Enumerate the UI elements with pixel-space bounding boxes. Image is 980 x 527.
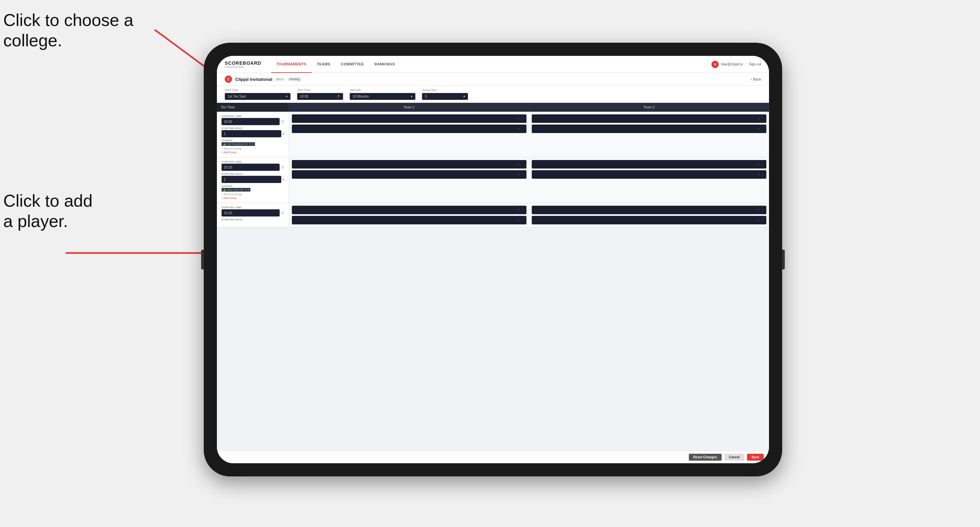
expand-icon-6: ⋮: [521, 173, 524, 176]
course-tag-2[interactable]: ⛳ East Lake GC ✕ ▾: [221, 188, 250, 192]
nav-right: B blair@clippd.io | Sign out: [711, 61, 761, 68]
chevron-down-icon-3: ▾: [463, 95, 465, 98]
reset-button[interactable]: Reset Changes: [689, 454, 722, 460]
group-right-2: ✕ ⋮ ✕ ⋮: [529, 157, 769, 203]
tab-teams[interactable]: TEAMS: [312, 56, 336, 73]
tab-rankings[interactable]: RANKINGS: [369, 56, 400, 73]
annotation-choose-college: Click to choose a college.: [3, 10, 134, 51]
chevron-down-icon: ▾: [286, 95, 288, 98]
annotation-line3: Click to add: [3, 191, 93, 210]
group-right-3: ✕ ⋮ ✕ ⋮: [529, 203, 769, 227]
start-type-select[interactable]: 1st Tee Start ▾: [225, 93, 291, 100]
expand-icon-10: ⋮: [521, 219, 524, 222]
action-links-2: ○ Remove Group + Add Group: [221, 193, 284, 200]
starting-time-label-1: STARTING TIME:: [221, 115, 284, 117]
expand-icon-5: ⋮: [521, 163, 524, 166]
starting-time-input-3[interactable]: 10:20: [221, 209, 280, 216]
course-row-2: ⛳ East Lake GC ✕ ▾: [221, 188, 284, 192]
x-icon-9: ✕: [517, 208, 520, 211]
intervals-group: Intervals 10 Minutes ▾: [350, 88, 415, 100]
player-slot-1-2[interactable]: ✕ ⋮: [292, 124, 527, 133]
flag-icon-2: ⛳: [223, 188, 226, 191]
x-icon-1: ✕: [517, 117, 520, 120]
back-button[interactable]: ‹ Back: [751, 77, 761, 81]
page-gender: (Men): [276, 78, 284, 81]
player-slot-2-3[interactable]: ✕ ⋮: [532, 160, 766, 168]
x-icon-4: ✕: [757, 127, 760, 130]
start-time-select[interactable]: 10:00 ⏱: [297, 93, 343, 100]
annotation-line1: Click to choose a: [3, 11, 134, 30]
user-avatar: B: [711, 61, 719, 68]
starting-hole-input-1[interactable]: 1: [221, 130, 281, 137]
chevron-icon-2: ▾: [283, 178, 284, 181]
starting-time-label-3: STARTING TIME:: [221, 206, 284, 209]
player-slot-2-1[interactable]: ✕ ⋮: [292, 160, 527, 168]
start-type-value: 1st Tee Start: [228, 95, 246, 98]
add-group-2[interactable]: + Add Group: [221, 197, 284, 200]
annotation-line2: college.: [3, 31, 62, 50]
group-size-value: 3: [425, 95, 427, 98]
intervals-label: Intervals: [350, 88, 415, 92]
controls-row: Start Type 1st Tee Start ▾ Start Time 10…: [217, 86, 769, 103]
annotation-add-player: Click to add a player.: [3, 190, 93, 232]
starting-hole-label-2: STARTING HOLE:: [221, 173, 284, 175]
course-label-1: COURSE:: [221, 139, 284, 141]
add-group-1[interactable]: + Add Group: [221, 151, 284, 154]
player-slot-3-2[interactable]: ✕ ⋮: [292, 216, 527, 224]
footer: Reset Changes Cancel Save: [217, 451, 769, 463]
starting-time-input-2[interactable]: 10:10: [221, 163, 280, 171]
x-icon-6: ✕: [517, 173, 520, 176]
start-type-label: Start Type: [225, 88, 291, 92]
logo-main: SCOREBOARD: [225, 60, 261, 66]
page-title-row: C Clippd Invitational (Men) Hosting: [225, 76, 301, 83]
intervals-select[interactable]: 10 Minutes ▾: [350, 93, 415, 100]
group-size-group: Group Size 3 ▾: [422, 88, 468, 100]
starting-hole-row-2: 1 ▾: [221, 176, 284, 183]
top-nav: SCOREBOARD Powered by clippd TOURNAMENTS…: [217, 56, 769, 73]
clock-icon-3: ⏱: [281, 211, 284, 215]
save-button[interactable]: Save: [747, 454, 764, 460]
remove-group-1[interactable]: ○ Remove Group: [221, 147, 284, 150]
x-icon-5: ✕: [517, 163, 520, 166]
group-center-2: ✕ ⋮ ✕ ⋮: [289, 157, 529, 203]
tab-tournaments[interactable]: TOURNAMENTS: [271, 56, 312, 73]
player-slot-3-1[interactable]: ✕ ⋮: [292, 206, 527, 214]
x-icon-8: ✕: [757, 173, 760, 176]
player-slot-1-1[interactable]: ✕ ⋮: [292, 114, 527, 123]
player-slot-2-4[interactable]: ✕ ⋮: [532, 170, 766, 179]
expand-icon-11: ⋮: [761, 208, 764, 211]
starting-time-row-1: 10:00 ⏱: [221, 118, 284, 125]
player-slot-1-3[interactable]: ✕ ⋮: [532, 114, 766, 123]
starting-hole-input-2[interactable]: 1: [221, 176, 281, 183]
x-icon-12: ✕: [757, 219, 760, 222]
cancel-button[interactable]: Cancel: [724, 454, 745, 460]
remove-group-2[interactable]: ○ Remove Group: [221, 193, 284, 196]
annotation-line4: a player.: [3, 211, 68, 231]
expand-icon-4: ⋮: [761, 127, 764, 130]
x-icon-11: ✕: [757, 208, 760, 211]
remove-course-1[interactable]: ✕: [249, 143, 251, 146]
player-slot-1-4[interactable]: ✕ ⋮: [532, 124, 766, 133]
starting-time-input-1[interactable]: 10:00: [221, 118, 280, 125]
clock-icon-1: ⏱: [281, 120, 284, 124]
main-content: STARTING TIME: 10:00 ⏱ STARTING HOLE: 1: [217, 112, 769, 451]
clock-icon-2: ⏱: [281, 166, 284, 169]
action-links-1: ○ Remove Group + Add Group: [221, 147, 284, 154]
expand-icon-9: ⋮: [521, 208, 524, 211]
player-slot-3-3[interactable]: ✕ ⋮: [532, 206, 766, 214]
remove-course-2[interactable]: ✕: [245, 188, 247, 191]
x-icon-2: ✕: [517, 127, 520, 130]
player-slot-3-4[interactable]: ✕ ⋮: [532, 216, 766, 224]
expand-icon-8: ⋮: [761, 173, 764, 176]
group-size-select[interactable]: 3 ▾: [422, 93, 468, 100]
course-tag-1[interactable]: ⛳ (A) Peachtree GC ✕ ▾: [221, 142, 255, 146]
group-row-1: STARTING TIME: 10:00 ⏱ STARTING HOLE: 1: [217, 112, 769, 157]
sign-out-link[interactable]: Sign out: [749, 62, 761, 66]
app: SCOREBOARD Powered by clippd TOURNAMENTS…: [217, 56, 769, 463]
group-row-2: STARTING TIME: 10:10 ⏱ STARTING HOLE: 1: [217, 157, 769, 203]
course-label-2: COURSE:: [221, 185, 284, 187]
tab-committee[interactable]: COMMITTEE: [336, 56, 369, 73]
clock-icon: ⏱: [337, 95, 340, 98]
flag-icon-1: ⛳: [223, 143, 226, 146]
player-slot-2-2[interactable]: ✕ ⋮: [292, 170, 527, 179]
